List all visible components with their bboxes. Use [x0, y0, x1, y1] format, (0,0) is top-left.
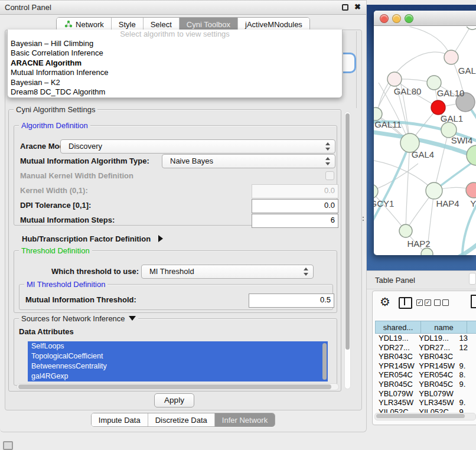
network-graph[interactable]: GAL7GAL80GAL10GAL1GAL11SWI4GAL4GCY1HAP4Y…	[374, 27, 476, 255]
network-node-hap4[interactable]	[426, 182, 442, 199]
tab-style[interactable]: Style	[111, 18, 143, 31]
algorithm-option[interactable]: Basic Correlation Inference	[8, 48, 342, 58]
table-body: YDL19...YDL19...13YDR27...YDR27...12YBR0…	[375, 334, 476, 416]
algorithm-dropdown-list: Select algorithm to view settings Bayesi…	[7, 30, 343, 98]
data-attributes-list[interactable]: SelfLoopsTopologicalCoefficientBetweenne…	[28, 341, 328, 381]
attribute-item[interactable]: SelfLoops	[28, 341, 328, 351]
tab-discretize-data[interactable]: Discretize Data	[148, 413, 214, 426]
columns-icon[interactable]	[399, 297, 412, 309]
mi-type-select[interactable]: Naive Bayes	[162, 154, 335, 168]
zoom-traffic-light[interactable]	[405, 14, 413, 23]
dpi-tolerance-field[interactable]: 0.0	[252, 199, 338, 213]
tab-label: Cyni Toolbox	[187, 20, 230, 29]
table-row[interactable]: YBR045CYBR045C9.	[375, 380, 476, 389]
table-cell: YBR043C	[375, 352, 415, 361]
tab-network[interactable]: Network	[57, 18, 111, 31]
node-label: YJ	[470, 198, 476, 208]
table-row[interactable]: YBR043CYBR043C	[375, 352, 476, 361]
algorithm-option[interactable]: Mutual Information Inference	[8, 68, 342, 77]
scrollbar-thumb[interactable]	[18, 384, 331, 389]
algorithm-option[interactable]: Dream8 DC_TDC Algorithm	[8, 87, 342, 97]
unchecked-boxes-icon[interactable]	[434, 299, 451, 310]
table-cell	[456, 389, 476, 399]
algorithm-option[interactable]: Bayesian – K2	[8, 78, 342, 87]
collapsed-panel-icon[interactable]	[3, 441, 13, 450]
table-cell: YBL079W	[375, 389, 415, 399]
split-pane-grip[interactable]	[362, 216, 364, 221]
settings-horizontal-scrollbar[interactable]	[17, 383, 339, 390]
node-label: GAL11	[374, 119, 402, 129]
close-icon[interactable]: ✖	[354, 2, 361, 11]
table-row[interactable]: YDR27...YDR27...12	[375, 343, 476, 353]
network-node-yj[interactable]	[466, 182, 476, 198]
attribute-item[interactable]: gal4RGexp	[28, 371, 328, 381]
column-header[interactable]	[467, 321, 476, 334]
table-cell: YBL079W	[415, 389, 455, 399]
column-header[interactable]: shared...	[375, 321, 421, 334]
group-title: MI Threshold Definition	[24, 280, 107, 289]
table-cell: 12	[456, 343, 476, 353]
expand-right-icon	[158, 235, 163, 242]
mi-steps-field[interactable]: 6	[252, 214, 338, 228]
table-cell: YDL19...	[375, 334, 415, 343]
table-cell: 9.	[456, 398, 476, 407]
network-node-gal7[interactable]	[444, 50, 458, 64]
mi-threshold-field[interactable]: 0.5	[249, 294, 334, 308]
table-row[interactable]: YER054CYER054C8.	[375, 370, 476, 380]
which-threshold-select[interactable]: MI Threshold	[141, 265, 314, 279]
hub-tf-expander[interactable]: Hub/Transcription Factor Definition	[22, 233, 163, 244]
scrollbar-thumb[interactable]	[376, 414, 465, 418]
close-traffic-light[interactable]	[380, 14, 389, 23]
network-icon	[64, 20, 73, 28]
checkbox-empty	[442, 299, 449, 306]
list-scrollbar[interactable]	[322, 343, 327, 380]
manual-kernel-label: Manual Kernel Width Definition	[20, 171, 133, 180]
table-horizontal-scrollbar[interactable]	[374, 413, 476, 420]
network-edge[interactable]	[406, 143, 410, 231]
tab-infer-network[interactable]: Infer Network	[214, 413, 275, 426]
network-node[interactable]	[467, 145, 476, 165]
network-node-hap2[interactable]	[399, 224, 412, 237]
column-header[interactable]: name	[421, 321, 467, 334]
float-window-icon[interactable]	[342, 4, 348, 11]
table-cell: YER054C	[375, 370, 415, 380]
tab-impute-data[interactable]: Impute Data	[92, 413, 148, 426]
algorithm-option[interactable]: ARACNE Algorithm	[8, 58, 342, 68]
table-row[interactable]: YPR145WYPR145W9.	[375, 361, 476, 371]
tab-cyni-toolbox[interactable]: Cyni Toolbox	[179, 18, 237, 31]
sources-expander[interactable]: Sources for Network Inference	[19, 314, 138, 323]
scrollbar-thumb[interactable]	[345, 113, 350, 350]
network-node-gal80[interactable]	[387, 72, 402, 86]
gear-icon[interactable]: ⚙	[380, 295, 390, 309]
tab-jactivemnodules[interactable]: jActiveMNodules	[237, 18, 309, 31]
settings-vertical-scrollbar[interactable]	[344, 112, 351, 389]
network-node-gcy1[interactable]	[374, 184, 378, 198]
network-node[interactable]	[421, 248, 433, 255]
table-cell: YPR145W	[415, 361, 455, 371]
algorithm-option[interactable]: Bayesian – Hill Climbing	[8, 39, 342, 48]
table-panel-header: Table Panel	[367, 270, 476, 289]
focused-combo-fragment	[343, 53, 356, 73]
mi-threshold-label: Mutual Information Threshold:	[25, 295, 136, 304]
table-row[interactable]: YBL079WYBL079W	[375, 389, 476, 399]
table-row[interactable]: YDL19...YDL19...13	[375, 334, 476, 343]
node-label: GCY1	[374, 198, 394, 208]
apply-button[interactable]: Apply	[154, 393, 194, 407]
hidden-groupbox-edge	[356, 31, 357, 108]
network-node-gal1[interactable]	[431, 100, 445, 115]
manual-kernel-checkbox[interactable]	[325, 171, 334, 180]
tab-label: Network	[76, 20, 104, 29]
tab-select[interactable]: Select	[143, 18, 179, 31]
network-view[interactable]: GAL7GAL80GAL10GAL1GAL11SWI4GAL4GCY1HAP4Y…	[374, 27, 476, 255]
minimize-traffic-light[interactable]	[392, 14, 401, 23]
aracne-mode-select[interactable]: Discovery	[60, 139, 335, 154]
table-panel-button[interactable]	[469, 273, 476, 285]
table-row[interactable]: YLR345WYLR345W9.	[375, 398, 476, 407]
bottom-tab-bar: Impute DataDiscretize DataInfer Network	[0, 413, 366, 427]
checked-boxes-icon[interactable]: ✓✓	[416, 299, 433, 310]
network-window-titlebar[interactable]	[374, 11, 476, 26]
attribute-item[interactable]: BetweennessCentrality	[28, 361, 328, 371]
document-icon[interactable]	[471, 295, 476, 308]
network-node[interactable]	[465, 27, 476, 30]
attribute-item[interactable]: TopologicalCoefficient	[28, 351, 328, 361]
